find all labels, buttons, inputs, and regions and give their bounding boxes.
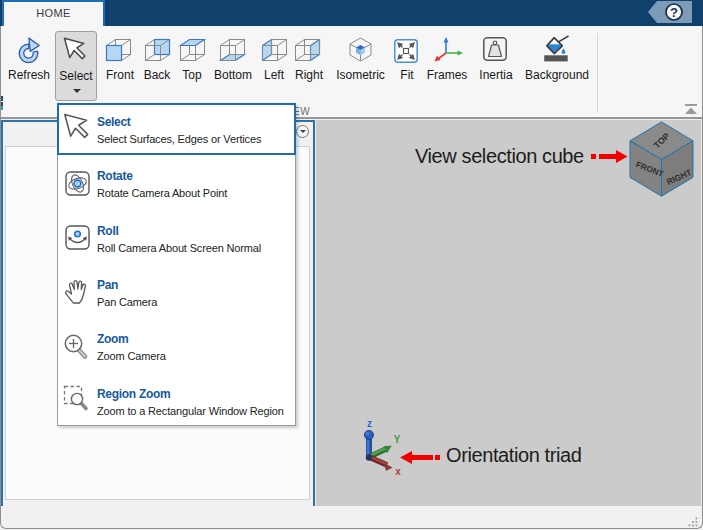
svg-text:x: x [395, 466, 401, 477]
svg-text:Y: Y [394, 434, 401, 445]
svg-text:?: ? [670, 5, 678, 20]
svg-text:z: z [367, 418, 372, 429]
